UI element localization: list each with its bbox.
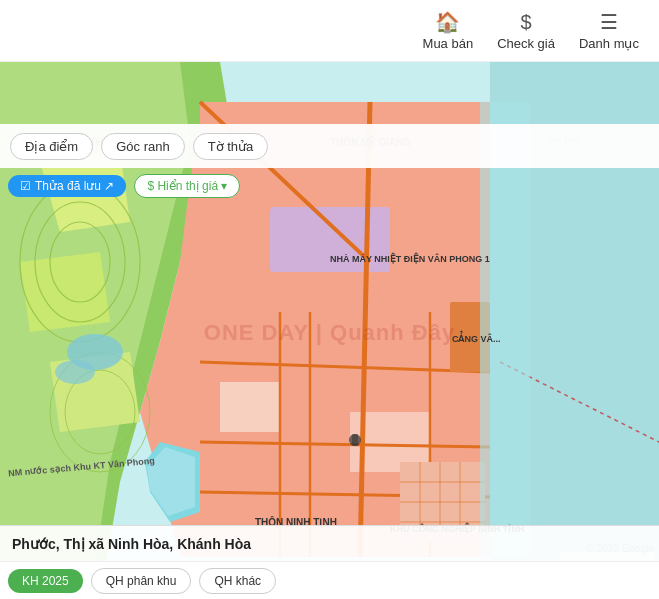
filter-dia-diem[interactable]: Địa điểm xyxy=(10,133,93,160)
toolbar-danh-muc-label: Danh mục xyxy=(579,36,639,51)
toolbar-check-gia-label: Check giá xyxy=(497,36,555,51)
svg-marker-5 xyxy=(20,252,110,332)
tag-price-label: $ Hiển thị giá ▾ xyxy=(147,179,227,193)
tag-bar: ☑ Thửa đã lưu ↗ $ Hiển thị giá ▾ xyxy=(0,168,659,204)
tag-price[interactable]: $ Hiển thị giá ▾ xyxy=(134,174,240,198)
tag-saved[interactable]: ☑ Thửa đã lưu ↗ xyxy=(8,175,126,197)
toolbar-check-gia[interactable]: $ Check giá xyxy=(497,11,555,51)
toolbar-mua-ban-label: Mua bán xyxy=(423,36,474,51)
tab-qh-phan-khu[interactable]: QH phân khu xyxy=(91,568,192,594)
bottom-info-bar: Phước, Thị xã Ninh Hòa, Khánh Hòa xyxy=(0,525,659,561)
toolbar-mua-ban[interactable]: 🏠 Mua bán xyxy=(423,10,474,51)
filter-bar: Địa điểm Góc ranh Tờ thửa xyxy=(0,124,659,168)
svg-rect-38 xyxy=(352,434,358,446)
tag-saved-label: Thửa đã lưu ↗ xyxy=(35,179,114,193)
svg-point-36 xyxy=(55,360,95,384)
toolbar: 🏠 Mua bán $ Check giá ☰ Danh mục xyxy=(0,0,659,62)
svg-rect-9 xyxy=(220,382,280,432)
home-icon: 🏠 xyxy=(435,10,460,34)
map-container[interactable]: ONE DAY | Quanh Đây THÔN NINH YÊN THÔN M… xyxy=(0,62,659,599)
toolbar-danh-muc[interactable]: ☰ Danh mục xyxy=(579,10,639,51)
tab-qh-khac[interactable]: QH khác xyxy=(199,568,276,594)
dollar-icon: $ xyxy=(521,11,532,34)
checkbox-icon: ☑ xyxy=(20,179,31,193)
menu-icon: ☰ xyxy=(600,10,618,34)
filter-goc-ranh[interactable]: Góc ranh xyxy=(101,133,184,160)
filter-to-thua[interactable]: Tờ thửa xyxy=(193,133,269,160)
bottom-tab-bar: KH 2025 QH phân khu QH khác xyxy=(0,561,659,599)
tab-kh2025[interactable]: KH 2025 xyxy=(8,569,83,593)
location-text: Phước, Thị xã Ninh Hòa, Khánh Hòa xyxy=(12,536,251,552)
svg-rect-8 xyxy=(270,207,390,272)
